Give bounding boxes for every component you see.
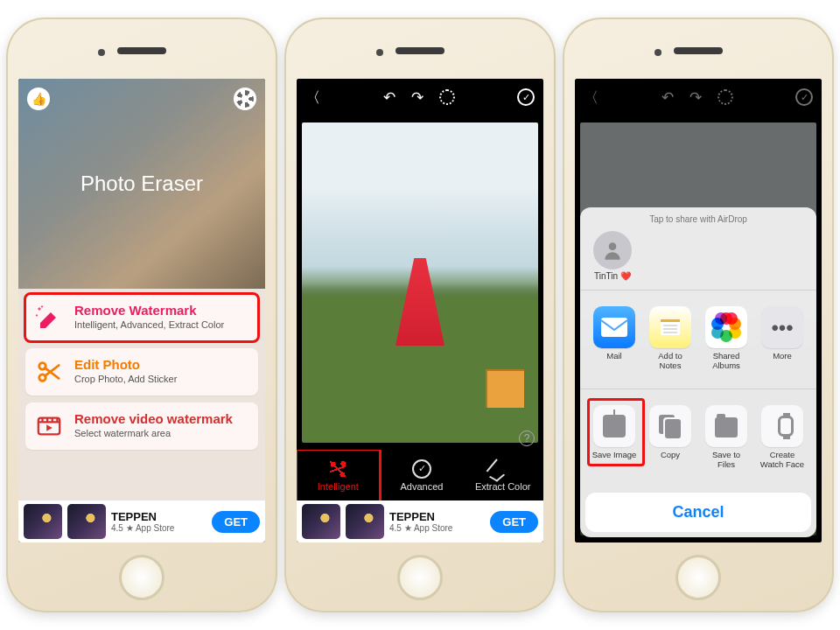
eyedropper-icon (494, 459, 513, 479)
ad-text: TEPPEN 4.5 ★ App Store (111, 510, 174, 533)
app-label: Add to Notes (647, 352, 694, 371)
svg-rect-6 (661, 319, 680, 322)
share-more[interactable]: ••• More (759, 306, 806, 371)
phone-camera (654, 49, 662, 56)
action-label: Save to Files (703, 451, 750, 470)
intelligent-icon (328, 459, 347, 479)
gear-icon (236, 90, 254, 108)
eraser-icon (34, 303, 64, 332)
card-remove-watermark[interactable]: Remove Watermark Intelligent, Advanced, … (25, 294, 258, 341)
share-apps-section: Mail Add to Notes (580, 290, 816, 389)
screen-editor: 〈 ↶ ↷ ✓ ? Intelligent (297, 79, 543, 542)
avatar-icon (593, 231, 632, 270)
airdrop-section: Tap to share with AirDrop TinTin ❤️ (580, 207, 816, 290)
share-shared-albums[interactable]: Shared Albums (703, 306, 750, 371)
confirm-icon: ✓ (795, 88, 813, 106)
share-notes[interactable]: Add to Notes (647, 306, 694, 371)
like-button[interactable]: 👍 (27, 88, 50, 110)
app-label: Mail (606, 352, 621, 361)
help-icon[interactable]: ? (519, 430, 535, 446)
phone-frame-1: 👍 Photo Eraser Remove Watermark Intellig… (6, 18, 277, 612)
ad-thumb-icon (67, 504, 106, 539)
action-label: Create Watch Face (759, 451, 806, 470)
screen-home: 👍 Photo Eraser Remove Watermark Intellig… (18, 79, 265, 542)
phone-frame-2: 〈 ↶ ↷ ✓ ? Intelligent (284, 18, 556, 612)
phone-camera (376, 49, 383, 56)
card-title: Remove video watermark (74, 411, 249, 426)
tab-label: Extract Color (475, 481, 531, 492)
cancel-button[interactable]: Cancel (585, 493, 811, 532)
editor-tabs: Intelligent Advanced Extract Color (297, 450, 543, 500)
more-icon: ••• (761, 306, 803, 348)
scissors-icon (34, 357, 64, 387)
mail-icon (593, 306, 635, 348)
card-remove-video-watermark[interactable]: Remove video watermark Select watermark … (25, 402, 258, 450)
phone-speaker (674, 47, 723, 54)
action-copy[interactable]: Copy (647, 405, 694, 470)
ad-sub: 4.5 ★ App Store (111, 523, 174, 533)
home-button[interactable] (397, 555, 443, 600)
airdrop-contact[interactable]: TinTin ❤️ (585, 231, 640, 281)
ad-name: TEPPEN (389, 510, 452, 523)
airdrop-hint: Tap to share with AirDrop (649, 214, 747, 224)
action-label: Copy (661, 451, 680, 460)
ad-get-button[interactable]: GET (490, 511, 538, 533)
redo-icon[interactable]: ↷ (411, 88, 424, 107)
undo-icon: ↶ (662, 88, 674, 107)
ad-banner[interactable]: TEPPEN 4.5 ★ App Store GET (297, 500, 543, 542)
tab-intelligent[interactable]: Intelligent (297, 448, 382, 500)
undo-icon[interactable]: ↶ (383, 88, 396, 107)
share-mail[interactable]: Mail (591, 306, 638, 371)
save-image-icon (593, 405, 635, 447)
notes-icon (649, 306, 691, 348)
photos-icon (705, 306, 747, 348)
editor-topbar: 〈 ↶ ↷ ✓ (297, 79, 543, 116)
action-save-image[interactable]: Save Image (591, 405, 638, 470)
phone-camera (98, 49, 105, 56)
app-label: More (773, 352, 792, 361)
card-subtitle: Select watermark area (74, 428, 249, 438)
copy-icon (649, 405, 691, 447)
watermark-selection[interactable] (486, 369, 524, 408)
phone-speaker (117, 47, 166, 54)
card-edit-photo[interactable]: Edit Photo Crop Photo, Add Sticker (25, 348, 258, 396)
home-button[interactable] (119, 555, 164, 600)
ad-name: TEPPEN (111, 510, 174, 523)
ad-get-button[interactable]: GET (212, 511, 260, 533)
app-title: Photo Eraser (80, 172, 203, 196)
redo-icon: ↷ (690, 88, 702, 107)
back-icon: 〈 (584, 88, 598, 108)
ad-text: TEPPEN 4.5 ★ App Store (389, 510, 452, 533)
svg-rect-4 (601, 318, 627, 337)
tab-advanced[interactable]: Advanced (382, 450, 463, 500)
card-title: Remove Watermark (74, 303, 249, 318)
back-icon[interactable]: 〈 (305, 88, 320, 108)
tab-label: Intelligent (318, 481, 359, 492)
edited-photo (302, 122, 538, 443)
editor-topbar-dimmed: 〈 ↶↷ ✓ (575, 79, 822, 116)
processing-icon (718, 89, 733, 105)
video-icon (34, 411, 64, 441)
svg-point-3 (609, 243, 617, 251)
confirm-icon[interactable]: ✓ (517, 88, 535, 106)
contact-name: TinTin ❤️ (594, 271, 631, 281)
settings-button[interactable] (234, 88, 256, 110)
menu-list: Remove Watermark Intelligent, Advanced, … (18, 289, 265, 500)
tab-label: Advanced (401, 481, 444, 492)
advanced-icon (412, 459, 431, 479)
home-button[interactable] (676, 555, 721, 600)
ad-sub: 4.5 ★ App Store (389, 523, 452, 533)
hero-banner: 👍 Photo Eraser (18, 79, 265, 289)
action-save-files[interactable]: Save to Files (703, 405, 750, 470)
card-title: Edit Photo (74, 357, 249, 372)
phone-frame-3: 〈 ↶↷ ✓ Tap to share with AirDrop TinTin … (563, 18, 834, 612)
photo-subject (396, 258, 444, 346)
action-watch-face[interactable]: Create Watch Face (759, 405, 806, 470)
tab-extract-color[interactable]: Extract Color (462, 450, 543, 500)
ad-banner[interactable]: TEPPEN 4.5 ★ App Store GET (18, 500, 265, 542)
photo-canvas[interactable]: ? (297, 116, 543, 450)
processing-icon (439, 89, 455, 105)
action-label: Save Image (592, 451, 637, 460)
app-label: Shared Albums (703, 352, 750, 371)
screen-share: 〈 ↶↷ ✓ Tap to share with AirDrop TinTin … (575, 79, 822, 542)
